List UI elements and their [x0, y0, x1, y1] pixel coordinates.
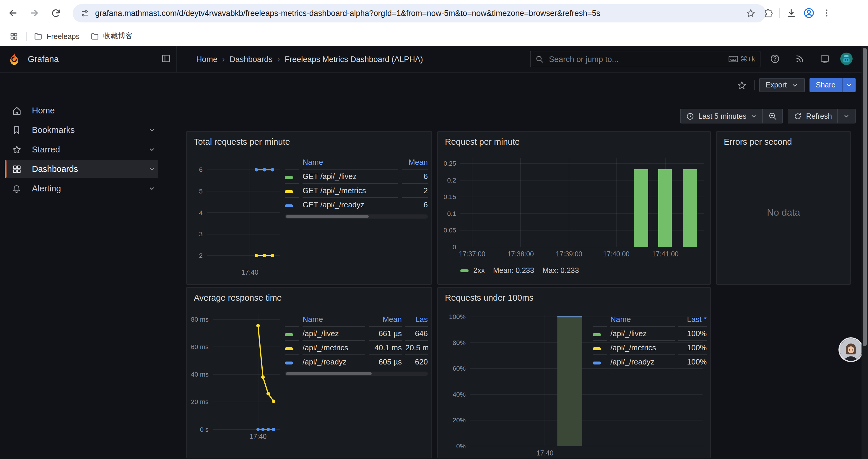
help-icon[interactable] [770, 54, 780, 64]
legend-series-name[interactable]: /api/_/readyz [303, 355, 365, 369]
scrollbar-thumb[interactable] [863, 48, 867, 346]
floating-assistant-avatar[interactable] [840, 338, 862, 361]
breadcrumb-home[interactable]: Home [196, 55, 217, 64]
zoom-out-button[interactable] [762, 109, 782, 123]
svg-text:17:40:00: 17:40:00 [603, 250, 629, 258]
legend-table: NameMeanLas/api/_/livez661 µs646/api/_/m… [285, 314, 428, 369]
legend-row-pill[interactable] [285, 355, 299, 369]
breadcrumb-dashboards[interactable]: Dashboards [229, 55, 273, 64]
total-requests-chart[interactable]: 6543217:40 [191, 150, 285, 285]
legend-series-name[interactable]: GET /api/_/readyz [303, 197, 398, 211]
chevron-down-icon[interactable] [148, 184, 156, 193]
panel-title[interactable]: Errors per second [717, 132, 850, 146]
legend-row-pill[interactable] [285, 340, 299, 355]
legend-series-name[interactable]: /api/_/livez [303, 326, 365, 340]
legend-series-name[interactable]: /api/_/metrics [303, 340, 365, 355]
grafana-logo[interactable] [8, 53, 21, 66]
browser-menu-icon[interactable] [818, 4, 836, 22]
legend-series-name[interactable]: /api/_/livez [610, 326, 675, 340]
bookmark-label: 收藏博客 [103, 31, 133, 41]
legend-series-name[interactable]: GET /api/_/metrics [303, 183, 398, 197]
grafana-app: Grafana Home › Dashboards › Freeleaps Me… [0, 46, 868, 459]
legend-row-pill[interactable] [593, 326, 607, 340]
legend-series-name[interactable]: /api/_/metrics [610, 340, 675, 355]
tv-mode-icon[interactable] [819, 54, 830, 64]
bookmark-folder-blogs[interactable]: 收藏博客 [90, 31, 133, 41]
reload-icon[interactable] [47, 4, 64, 22]
sidebar-toggle-icon[interactable] [161, 53, 172, 64]
share-button-group: Share [809, 78, 856, 92]
legend-row-pill[interactable] [285, 183, 299, 197]
time-range-button[interactable]: Last 5 minutes [681, 109, 763, 123]
extensions-icon[interactable] [759, 4, 777, 22]
svg-text:4: 4 [199, 209, 203, 217]
svg-text:17:40: 17:40 [536, 449, 554, 457]
legend-cell: 100% [678, 326, 707, 340]
legend-cell: 2 [402, 183, 428, 197]
favorite-star-icon[interactable] [735, 78, 749, 92]
svg-text:17:37:00: 17:37:00 [459, 250, 486, 258]
legend-cell: 620 [405, 355, 428, 369]
toolbar-right [742, 4, 836, 22]
share-menu-button[interactable] [842, 78, 856, 92]
chevron-down-icon[interactable] [148, 165, 156, 173]
svg-text:0%: 0% [456, 442, 466, 450]
apps-grid-icon[interactable] [5, 28, 23, 45]
legend-scrollbar[interactable] [285, 371, 428, 376]
sidebar-item-alerting[interactable]: Alerting [5, 179, 158, 197]
refresh-group: Refresh [788, 109, 856, 124]
legend-row-pill[interactable] [285, 197, 299, 211]
url-text[interactable]: grafana.mathmast.com/d/deytv4rwavabkb/fr… [95, 9, 600, 18]
sidebar-item-dashboards[interactable]: Dashboards [5, 160, 158, 178]
search-box[interactable]: ⌘+k [530, 51, 761, 67]
refresh-interval-button[interactable] [837, 109, 855, 123]
panel-title[interactable]: Requests under 100ms [438, 288, 710, 302]
panel-title[interactable]: Average response time [187, 288, 431, 302]
legend-cell: 646 [405, 326, 428, 340]
sidebar-item-starred[interactable]: Starred [5, 140, 158, 158]
back-icon[interactable] [4, 4, 22, 22]
legend-row-pill[interactable] [285, 326, 299, 340]
legend-scrollbar[interactable] [285, 215, 428, 219]
alerting-bell-icon [11, 184, 23, 193]
bookmark-folder-freeleaps[interactable]: Freeleaps [34, 32, 80, 41]
legend-row-pill[interactable] [285, 169, 299, 183]
legend-row-pill[interactable] [593, 355, 607, 369]
keyboard-icon [728, 56, 738, 63]
legend-series-name[interactable]: GET /api/_/livez [303, 169, 398, 183]
grafana-header: Grafana Home › Dashboards › Freeleaps Me… [0, 46, 868, 73]
chevron-down-icon[interactable] [148, 126, 156, 134]
panel-title[interactable]: Request per minute [438, 132, 710, 146]
bookmark-star-icon[interactable] [742, 4, 759, 22]
svg-text:2: 2 [199, 252, 203, 259]
legend-cell: Name [303, 157, 398, 169]
site-settings-icon[interactable] [80, 9, 89, 18]
download-icon[interactable] [782, 4, 800, 22]
request-per-minute-chart[interactable]: 00.050.10.150.20.2517:37:0017:38:0017:39… [442, 150, 707, 263]
panel-average-response-time: Average response time 80 ms60 ms40 ms20 … [186, 287, 432, 458]
sidebar-item-bookmarks[interactable]: Bookmarks [5, 121, 158, 139]
forward-icon[interactable] [25, 4, 43, 22]
share-button[interactable]: Share [809, 78, 842, 92]
chevron-down-icon[interactable] [148, 145, 156, 154]
export-button[interactable]: Export [759, 78, 804, 92]
sidebar-item-home[interactable]: Home [5, 102, 158, 119]
legend-table: NameMeanGET /api/_/livez6GET /api/_/metr… [285, 157, 428, 211]
profile-icon[interactable] [800, 4, 818, 22]
svg-text:17:40: 17:40 [250, 433, 267, 440]
legend-row-pill[interactable] [593, 340, 607, 355]
legend-cell: Name [610, 314, 675, 326]
panel-title[interactable]: Total requests per minute [187, 132, 431, 146]
search-input[interactable] [548, 54, 724, 64]
chart-legend[interactable]: 2xx Mean: 0.233 Max: 0.233 [460, 266, 579, 275]
legend-series-name[interactable]: /api/_/readyz [610, 355, 675, 369]
user-avatar[interactable] [840, 53, 852, 65]
average-response-time-chart[interactable]: 80 ms60 ms40 ms20 ms0 s17:40 [191, 305, 285, 458]
url-bar[interactable]: grafana.mathmast.com/d/deytv4rwavabkb/fr… [73, 4, 766, 23]
legend-mean: Mean: 0.233 [493, 266, 534, 275]
refresh-button[interactable]: Refresh [788, 109, 837, 123]
svg-text:17:41:00: 17:41:00 [652, 250, 679, 258]
news-rss-icon[interactable] [795, 54, 805, 64]
page-scrollbar[interactable] [862, 46, 868, 459]
legend-cell: Mean [402, 157, 428, 169]
